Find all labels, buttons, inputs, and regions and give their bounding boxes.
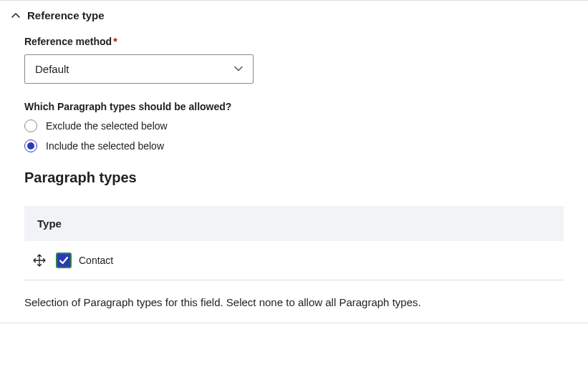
radio-icon xyxy=(24,119,37,132)
table-header-type: Type xyxy=(24,206,564,241)
table-row: Contact xyxy=(24,241,564,280)
radio-exclude-label: Exclude the selected below xyxy=(46,120,168,132)
paragraph-types-table: Type Contact xyxy=(24,206,564,280)
section-body: Reference method* Default Which Paragrap… xyxy=(0,30,588,323)
reference-method-field: Reference method* Default xyxy=(24,36,564,84)
reference-method-label: Reference method* xyxy=(24,36,564,47)
radio-icon xyxy=(24,139,37,152)
chevron-up-icon xyxy=(11,11,20,20)
paragraph-types-heading: Paragraph types xyxy=(24,170,564,186)
reference-method-select[interactable]: Default xyxy=(24,54,254,84)
radio-include[interactable]: Include the selected below xyxy=(24,139,564,152)
section-header[interactable]: Reference type xyxy=(0,1,588,30)
allowed-types-field: Which Paragraph types should be allowed?… xyxy=(24,101,564,152)
help-text: Selection of Paragraph types for this fi… xyxy=(24,296,564,308)
drag-handle-icon[interactable] xyxy=(33,254,46,267)
radio-exclude[interactable]: Exclude the selected below xyxy=(24,119,564,132)
section-title: Reference type xyxy=(27,9,105,21)
allowed-types-label: Which Paragraph types should be allowed? xyxy=(24,101,564,112)
row-label-contact: Contact xyxy=(79,255,113,266)
reference-method-select-wrap: Default xyxy=(24,54,254,84)
radio-include-label: Include the selected below xyxy=(46,140,164,152)
required-mark: * xyxy=(113,36,117,47)
checkbox-contact[interactable] xyxy=(56,253,72,268)
reference-type-panel: Reference type Reference method* Default… xyxy=(0,0,588,323)
